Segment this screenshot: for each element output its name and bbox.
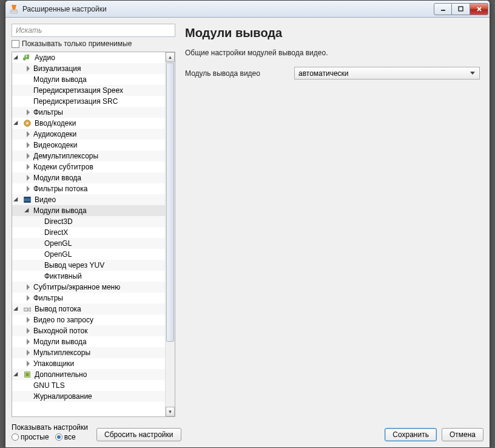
collapse-icon[interactable] (25, 339, 32, 345)
show-applicable-checkbox[interactable]: Показывать только применимые (12, 39, 175, 48)
tree-item[interactable]: OpenGL (12, 238, 165, 249)
expand-icon[interactable] (15, 55, 21, 61)
svg-rect-2 (10, 11, 18, 13)
tree-item[interactable]: Субтитры/экранное меню (12, 282, 165, 293)
tree-item[interactable]: Видео по запросу (12, 314, 165, 325)
collapse-icon[interactable] (25, 153, 32, 160)
search-input[interactable]: Искать (12, 24, 175, 37)
close-button[interactable] (470, 3, 488, 15)
collapse-icon[interactable] (25, 142, 32, 149)
tree-item[interactable]: Модули вывода (12, 336, 165, 347)
tree-item-label: GNU TLS (33, 380, 65, 391)
window-title: Расширенные настройки (22, 5, 434, 13)
expand-icon[interactable] (15, 306, 21, 313)
collapse-icon[interactable] (25, 164, 32, 171)
tree-item-label: Субтитры/экранное меню (33, 282, 120, 293)
tree-item-label: Демультиплексоры (33, 151, 98, 161)
expand-icon[interactable] (15, 120, 21, 127)
tree-item-label: Передискретизация Speex (33, 85, 123, 96)
scroll-up-button[interactable]: ▲ (166, 52, 175, 62)
tree-item[interactable]: Мультиплексоры (12, 347, 165, 358)
tree-item[interactable]: Демультиплексоры (12, 151, 165, 161)
video-output-label: Модуль вывода видео (185, 69, 294, 78)
tree-item[interactable]: Выходной поток (12, 325, 165, 336)
reset-button[interactable]: Сбросить настройки (96, 428, 181, 441)
tree-item-label: Фиктивный (44, 271, 82, 282)
tree-item[interactable]: Передискретизация Speex (12, 85, 165, 96)
tree-item[interactable]: Фиктивный (12, 271, 165, 282)
tree-item[interactable]: Дополнительно (12, 369, 165, 380)
collapse-icon[interactable] (25, 109, 32, 116)
tree-item-label: Модули вывода (33, 336, 87, 347)
tree-item-label: Дополнительно (35, 369, 87, 380)
tree-item-label: Видео по запросу (33, 314, 93, 325)
tree-item[interactable]: Фильтры (12, 107, 165, 118)
video-output-dropdown[interactable]: автоматически (294, 67, 480, 80)
tree-item[interactable]: Модули ввода (12, 172, 165, 183)
tree-item[interactable]: Передискретизация SRC (12, 96, 165, 107)
tree-item[interactable]: GNU TLS (12, 380, 165, 391)
adv-icon (22, 370, 32, 379)
tree-item-label: Кодеки субтитров (33, 161, 93, 172)
tree-item[interactable]: OpenGL (12, 249, 165, 260)
tree-item[interactable]: Ввод/кодеки (12, 118, 165, 129)
tree-item-label: Видеокодеки (33, 140, 77, 151)
collapse-icon[interactable] (25, 350, 32, 356)
tree-item[interactable]: Видеокодеки (12, 140, 165, 151)
save-button[interactable]: Сохранить (385, 428, 437, 441)
tree-item[interactable]: Direct3D (12, 216, 165, 227)
collapse-icon[interactable] (25, 361, 32, 367)
collapse-icon[interactable] (25, 284, 32, 291)
tree-item[interactable]: Упаковщики (12, 358, 165, 369)
window: Расширенные настройки Искать Показывать … (5, 0, 490, 448)
window-buttons (434, 3, 488, 15)
scroll-down-button[interactable]: ▼ (166, 407, 175, 416)
tree-item[interactable]: Журналирование (12, 391, 165, 402)
expand-icon[interactable] (15, 197, 21, 203)
tree-item-label: Direct3D (44, 216, 73, 227)
tree-view: АудиоВизуализацияМодули выводаПередискре… (12, 52, 175, 417)
svg-point-8 (26, 122, 29, 124)
expand-icon[interactable] (25, 208, 32, 214)
tree-item[interactable]: Модули вывода (12, 205, 165, 216)
collapse-icon[interactable] (25, 66, 32, 72)
collapse-icon[interactable] (25, 131, 32, 138)
tree-item[interactable]: Вывод через YUV (12, 260, 165, 271)
radio-simple[interactable]: простые (12, 433, 49, 441)
collapse-icon[interactable] (25, 186, 32, 192)
tree-item[interactable]: Аудио (12, 52, 165, 63)
tree-item[interactable]: Аудиокодеки (12, 129, 165, 140)
scrollbar[interactable]: ▲ ▼ (165, 52, 175, 416)
minimize-button[interactable] (434, 3, 452, 15)
scroll-thumb[interactable] (166, 63, 174, 342)
right-pane: Модули вывода Общие настройки модулей вы… (181, 24, 483, 417)
maximize-button[interactable] (452, 3, 470, 15)
tree-item[interactable]: Видео (12, 194, 165, 205)
tree-item[interactable]: Фильтры (12, 293, 165, 304)
svg-marker-0 (12, 5, 16, 10)
video-icon (22, 195, 32, 205)
tree-item-label: Модули ввода (33, 172, 81, 183)
page-description: Общие настройки модулей вывода видео. (185, 49, 480, 57)
tree-item[interactable]: Фильтры потока (12, 183, 165, 194)
tree-item[interactable]: DirectX (12, 227, 165, 238)
radio-all[interactable]: все (55, 433, 76, 441)
tree-item[interactable]: Кодеки субтитров (12, 161, 165, 172)
tree-item[interactable]: Модули вывода (12, 74, 165, 85)
tree-item[interactable]: Визуализация (12, 63, 165, 74)
video-output-row: Модуль вывода видео автоматически (185, 67, 480, 80)
codec-icon (22, 118, 32, 128)
collapse-icon[interactable] (25, 328, 32, 334)
cancel-button[interactable]: Отмена (442, 428, 483, 441)
tree-item-label: Вывод через YUV (44, 260, 104, 271)
tree-item-label: Аудиокодеки (33, 129, 76, 140)
show-settings-label: Показывать настройки (12, 423, 88, 432)
audio-icon (22, 53, 32, 63)
titlebar[interactable]: Расширенные настройки (5, 1, 490, 18)
tree-item[interactable]: Вывод потока (12, 304, 165, 314)
collapse-icon[interactable] (25, 175, 32, 182)
bottom-bar: Показывать настройки простые все Сбросит… (12, 417, 483, 441)
collapse-icon[interactable] (25, 295, 32, 302)
expand-icon[interactable] (15, 372, 21, 378)
collapse-icon[interactable] (25, 317, 32, 324)
